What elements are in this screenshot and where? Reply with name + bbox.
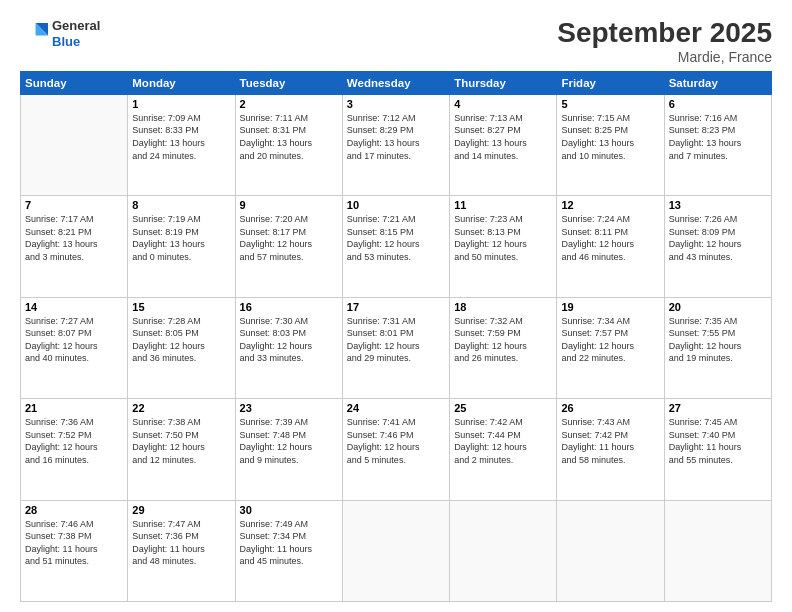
day-number: 24 [347, 402, 445, 414]
calendar-week-row-5: 28Sunrise: 7:46 AMSunset: 7:38 PMDayligh… [21, 500, 772, 601]
day-number: 15 [132, 301, 230, 313]
calendar-week-row-3: 14Sunrise: 7:27 AMSunset: 8:07 PMDayligh… [21, 297, 772, 398]
calendar-week-row-1: 1Sunrise: 7:09 AMSunset: 8:33 PMDaylight… [21, 94, 772, 195]
calendar-cell: 15Sunrise: 7:28 AMSunset: 8:05 PMDayligh… [128, 297, 235, 398]
day-number: 14 [25, 301, 123, 313]
calendar-cell: 20Sunrise: 7:35 AMSunset: 7:55 PMDayligh… [664, 297, 771, 398]
day-info: Sunrise: 7:35 AMSunset: 7:55 PMDaylight:… [669, 315, 767, 365]
calendar-cell: 27Sunrise: 7:45 AMSunset: 7:40 PMDayligh… [664, 399, 771, 500]
day-info: Sunrise: 7:49 AMSunset: 7:34 PMDaylight:… [240, 518, 338, 568]
calendar-cell: 13Sunrise: 7:26 AMSunset: 8:09 PMDayligh… [664, 196, 771, 297]
calendar-cell: 17Sunrise: 7:31 AMSunset: 8:01 PMDayligh… [342, 297, 449, 398]
day-info: Sunrise: 7:24 AMSunset: 8:11 PMDaylight:… [561, 213, 659, 263]
calendar-cell [557, 500, 664, 601]
calendar-cell: 1Sunrise: 7:09 AMSunset: 8:33 PMDaylight… [128, 94, 235, 195]
day-number: 3 [347, 98, 445, 110]
weekday-header-monday: Monday [128, 71, 235, 94]
day-number: 16 [240, 301, 338, 313]
day-info: Sunrise: 7:11 AMSunset: 8:31 PMDaylight:… [240, 112, 338, 162]
day-info: Sunrise: 7:12 AMSunset: 8:29 PMDaylight:… [347, 112, 445, 162]
calendar-week-row-2: 7Sunrise: 7:17 AMSunset: 8:21 PMDaylight… [21, 196, 772, 297]
calendar-cell: 26Sunrise: 7:43 AMSunset: 7:42 PMDayligh… [557, 399, 664, 500]
calendar-cell: 6Sunrise: 7:16 AMSunset: 8:23 PMDaylight… [664, 94, 771, 195]
calendar-cell: 4Sunrise: 7:13 AMSunset: 8:27 PMDaylight… [450, 94, 557, 195]
day-info: Sunrise: 7:30 AMSunset: 8:03 PMDaylight:… [240, 315, 338, 365]
calendar-cell: 10Sunrise: 7:21 AMSunset: 8:15 PMDayligh… [342, 196, 449, 297]
day-info: Sunrise: 7:34 AMSunset: 7:57 PMDaylight:… [561, 315, 659, 365]
calendar-table: SundayMondayTuesdayWednesdayThursdayFrid… [20, 71, 772, 602]
day-info: Sunrise: 7:36 AMSunset: 7:52 PMDaylight:… [25, 416, 123, 466]
weekday-header-thursday: Thursday [450, 71, 557, 94]
calendar-cell [664, 500, 771, 601]
day-number: 25 [454, 402, 552, 414]
weekday-header-friday: Friday [557, 71, 664, 94]
calendar-cell [450, 500, 557, 601]
day-number: 19 [561, 301, 659, 313]
day-number: 4 [454, 98, 552, 110]
day-number: 13 [669, 199, 767, 211]
day-info: Sunrise: 7:16 AMSunset: 8:23 PMDaylight:… [669, 112, 767, 162]
day-info: Sunrise: 7:13 AMSunset: 8:27 PMDaylight:… [454, 112, 552, 162]
weekday-header-tuesday: Tuesday [235, 71, 342, 94]
calendar-cell: 16Sunrise: 7:30 AMSunset: 8:03 PMDayligh… [235, 297, 342, 398]
calendar-cell: 24Sunrise: 7:41 AMSunset: 7:46 PMDayligh… [342, 399, 449, 500]
day-info: Sunrise: 7:32 AMSunset: 7:59 PMDaylight:… [454, 315, 552, 365]
day-number: 28 [25, 504, 123, 516]
day-number: 11 [454, 199, 552, 211]
day-info: Sunrise: 7:42 AMSunset: 7:44 PMDaylight:… [454, 416, 552, 466]
day-info: Sunrise: 7:46 AMSunset: 7:38 PMDaylight:… [25, 518, 123, 568]
day-info: Sunrise: 7:47 AMSunset: 7:36 PMDaylight:… [132, 518, 230, 568]
calendar-cell: 9Sunrise: 7:20 AMSunset: 8:17 PMDaylight… [235, 196, 342, 297]
day-number: 26 [561, 402, 659, 414]
calendar-cell: 2Sunrise: 7:11 AMSunset: 8:31 PMDaylight… [235, 94, 342, 195]
calendar-cell: 11Sunrise: 7:23 AMSunset: 8:13 PMDayligh… [450, 196, 557, 297]
day-info: Sunrise: 7:21 AMSunset: 8:15 PMDaylight:… [347, 213, 445, 263]
title-section: September 2025 Mardie, France [557, 18, 772, 65]
day-number: 5 [561, 98, 659, 110]
day-info: Sunrise: 7:31 AMSunset: 8:01 PMDaylight:… [347, 315, 445, 365]
calendar-cell: 12Sunrise: 7:24 AMSunset: 8:11 PMDayligh… [557, 196, 664, 297]
day-number: 18 [454, 301, 552, 313]
day-info: Sunrise: 7:43 AMSunset: 7:42 PMDaylight:… [561, 416, 659, 466]
day-info: Sunrise: 7:19 AMSunset: 8:19 PMDaylight:… [132, 213, 230, 263]
calendar-cell: 23Sunrise: 7:39 AMSunset: 7:48 PMDayligh… [235, 399, 342, 500]
calendar-cell: 8Sunrise: 7:19 AMSunset: 8:19 PMDaylight… [128, 196, 235, 297]
calendar-cell: 22Sunrise: 7:38 AMSunset: 7:50 PMDayligh… [128, 399, 235, 500]
day-info: Sunrise: 7:17 AMSunset: 8:21 PMDaylight:… [25, 213, 123, 263]
logo-text: General Blue [52, 18, 100, 49]
day-number: 21 [25, 402, 123, 414]
logo-line1: General [52, 18, 100, 34]
calendar-cell: 28Sunrise: 7:46 AMSunset: 7:38 PMDayligh… [21, 500, 128, 601]
day-number: 27 [669, 402, 767, 414]
top-section: General Blue September 2025 Mardie, Fran… [20, 18, 772, 65]
day-info: Sunrise: 7:26 AMSunset: 8:09 PMDaylight:… [669, 213, 767, 263]
day-number: 2 [240, 98, 338, 110]
day-number: 9 [240, 199, 338, 211]
logo-icon [20, 20, 48, 48]
calendar-cell: 19Sunrise: 7:34 AMSunset: 7:57 PMDayligh… [557, 297, 664, 398]
day-number: 29 [132, 504, 230, 516]
page: General Blue September 2025 Mardie, Fran… [0, 0, 792, 612]
calendar-cell: 18Sunrise: 7:32 AMSunset: 7:59 PMDayligh… [450, 297, 557, 398]
day-number: 8 [132, 199, 230, 211]
subtitle: Mardie, France [557, 49, 772, 65]
day-number: 1 [132, 98, 230, 110]
logo-line2: Blue [52, 34, 100, 50]
day-number: 20 [669, 301, 767, 313]
calendar-cell: 29Sunrise: 7:47 AMSunset: 7:36 PMDayligh… [128, 500, 235, 601]
calendar-cell [342, 500, 449, 601]
weekday-header-sunday: Sunday [21, 71, 128, 94]
day-info: Sunrise: 7:20 AMSunset: 8:17 PMDaylight:… [240, 213, 338, 263]
day-info: Sunrise: 7:09 AMSunset: 8:33 PMDaylight:… [132, 112, 230, 162]
calendar-week-row-4: 21Sunrise: 7:36 AMSunset: 7:52 PMDayligh… [21, 399, 772, 500]
calendar-cell: 7Sunrise: 7:17 AMSunset: 8:21 PMDaylight… [21, 196, 128, 297]
day-number: 22 [132, 402, 230, 414]
weekday-header-saturday: Saturday [664, 71, 771, 94]
day-number: 30 [240, 504, 338, 516]
calendar-cell: 5Sunrise: 7:15 AMSunset: 8:25 PMDaylight… [557, 94, 664, 195]
calendar-cell: 21Sunrise: 7:36 AMSunset: 7:52 PMDayligh… [21, 399, 128, 500]
day-number: 6 [669, 98, 767, 110]
calendar-cell: 30Sunrise: 7:49 AMSunset: 7:34 PMDayligh… [235, 500, 342, 601]
day-number: 7 [25, 199, 123, 211]
calendar-cell: 25Sunrise: 7:42 AMSunset: 7:44 PMDayligh… [450, 399, 557, 500]
